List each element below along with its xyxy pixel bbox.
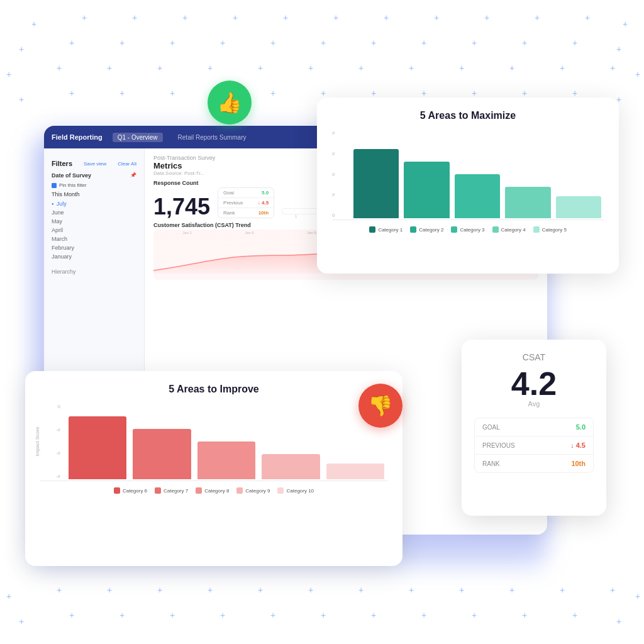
- csat-value: 4.2: [474, 367, 594, 400]
- csat-stat-goal: GOAL 5.0: [475, 418, 593, 436]
- stats-row-previous: Previous ↓ 4.5: [218, 198, 274, 208]
- main-container: Field Reporting Q1 - Overview Retail Rep…: [0, 0, 644, 644]
- maximize-bar-0: [353, 149, 399, 218]
- thumbs-up-badge: 👍: [208, 80, 252, 125]
- month-march[interactable]: March: [44, 235, 144, 243]
- maximize-legend-item-3: Category 4: [492, 226, 526, 233]
- filters-header: Filters Save view Clear All: [44, 155, 144, 170]
- improve-bar-0: [69, 416, 126, 479]
- csat-rank-label: RANK: [482, 460, 500, 467]
- trend-label-1: Jan 1: [182, 231, 192, 235]
- tab-q1-overview[interactable]: Q1 - Overview: [113, 133, 163, 142]
- improve-bar-3: [262, 454, 319, 479]
- thumbs-down-badge: 👎: [358, 384, 402, 428]
- month-january[interactable]: January: [44, 252, 144, 261]
- legend-label-0: Category 1: [378, 227, 402, 233]
- improve-bar-group-3: [258, 454, 323, 479]
- improve-legend-item-3: Category 9: [236, 487, 270, 494]
- pin-icon: 📌: [130, 172, 136, 179]
- app-title: Field Reporting: [52, 133, 103, 141]
- maximize-bar-2: [455, 174, 500, 218]
- improve-legend-dot-4: [277, 487, 284, 494]
- maximize-bar-chart: # # # # 0: [332, 130, 604, 218]
- improve-bar-chart: 0 -# -# -# Impact Score: [40, 404, 387, 479]
- thumbs-down-icon: 👎: [368, 394, 393, 418]
- csat-previous-value: ↓ 4.5: [570, 441, 586, 449]
- response-count-value: 1,745: [153, 196, 210, 218]
- trend-label-2: Jan 6: [245, 231, 254, 235]
- maximize-bar-3: [505, 187, 550, 218]
- csat-rank-value: 10th: [571, 460, 586, 467]
- legend-dot-3: [492, 226, 499, 233]
- maximize-legend-item-1: Category 2: [410, 226, 443, 233]
- hierarchy-label: Hierarchy: [44, 266, 144, 277]
- legend-label-2: Category 3: [460, 227, 484, 233]
- maximize-bar-group-0: [351, 149, 401, 218]
- stats-row-goal: Goal 5.0: [218, 188, 274, 198]
- save-view-link[interactable]: Save view: [84, 161, 106, 167]
- legend-label-3: Category 4: [501, 227, 526, 233]
- improve-legend-label-3: Category 9: [245, 488, 270, 494]
- improve-legend-item-4: Category 10: [277, 487, 314, 494]
- month-may[interactable]: May: [44, 217, 144, 226]
- legend-label-4: Category 5: [542, 227, 567, 233]
- maximize-legend-item-0: Category 1: [369, 226, 402, 233]
- month-april[interactable]: April: [44, 226, 144, 235]
- improve-legend-item-2: Category 8: [196, 487, 229, 494]
- legend-dot-1: [410, 226, 416, 233]
- csat-stat-previous: PREVIOUS ↓ 4.5: [475, 436, 593, 455]
- csat-previous-label: PREVIOUS: [482, 442, 515, 449]
- improve-bar-1: [133, 429, 191, 479]
- improve-y-axis-label: Impact Score: [35, 426, 40, 456]
- goal-value: 5.0: [262, 190, 269, 196]
- improve-legend-label-0: Category 6: [123, 488, 147, 494]
- goal-label: Goal: [223, 190, 234, 196]
- maximize-axis-line: [332, 219, 604, 220]
- maximize-y-axis: # # # # 0: [332, 130, 335, 218]
- improve-legend-dot-3: [236, 487, 243, 494]
- month-february[interactable]: February: [44, 243, 144, 252]
- tab-retail-reports[interactable]: Retail Reports Summary: [173, 133, 252, 142]
- stats-box: Goal 5.0 Previous ↓ 4.5 Rank 10th: [218, 187, 274, 218]
- stats-row-rank: Rank 10th: [218, 208, 274, 218]
- maximize-bar-4: [556, 196, 601, 218]
- maximize-bar-1: [404, 162, 449, 218]
- filters-title: Filters: [52, 160, 72, 167]
- csat-goal-value: 5.0: [576, 423, 586, 431]
- improve-legend: Category 6Category 7Category 8Category 9…: [40, 487, 387, 494]
- improve-axis-line: [40, 480, 387, 481]
- trend-label-3: Jan 8: [307, 231, 316, 235]
- maximize-bar-group-4: [553, 196, 604, 218]
- maximize-legend-item-4: Category 5: [533, 226, 567, 233]
- improve-legend-dot-2: [196, 487, 202, 494]
- csat-stat-rank: RANK 10th: [475, 455, 593, 472]
- maximize-legend-item-2: Category 3: [451, 226, 484, 233]
- month-july[interactable]: July: [44, 199, 144, 208]
- maximize-chart-card: 5 Areas to Maximize # # # # 0 Category 1…: [317, 97, 619, 274]
- maximize-bar-group-1: [401, 162, 452, 218]
- improve-legend-label-2: Category 8: [204, 488, 229, 494]
- rank-label: Rank: [223, 210, 235, 216]
- improve-bar-2: [197, 441, 255, 479]
- improve-bar-group-2: [194, 441, 258, 479]
- csat-title: CSAT: [474, 352, 594, 362]
- pin-checkbox[interactable]: [52, 183, 57, 188]
- csat-goal-label: GOAL: [482, 424, 500, 431]
- csat-stats-box: GOAL 5.0 PREVIOUS ↓ 4.5 RANK 10th: [474, 418, 594, 473]
- month-june[interactable]: June: [44, 208, 144, 217]
- legend-dot-2: [451, 226, 457, 233]
- rank-value: 10th: [258, 210, 269, 216]
- improve-bar-4: [326, 464, 384, 479]
- date-filter-label: Date of Survey: [52, 172, 91, 179]
- improve-bar-group-4: [323, 464, 387, 479]
- maximize-legend: Category 1Category 2Category 3Category 4…: [332, 226, 604, 233]
- improve-bar-group-0: [65, 416, 130, 479]
- this-month-option[interactable]: This Month: [44, 189, 144, 199]
- clear-all-link[interactable]: Clear All: [118, 161, 136, 167]
- improve-legend-item-0: Category 6: [114, 487, 147, 494]
- improve-legend-dot-0: [114, 487, 120, 494]
- csat-avg-label: Avg: [474, 400, 594, 408]
- small-bar-label-0: 1: [284, 214, 308, 218]
- improve-chart-title: 5 Areas to Improve: [40, 384, 387, 395]
- improve-legend-label-1: Category 7: [164, 488, 188, 494]
